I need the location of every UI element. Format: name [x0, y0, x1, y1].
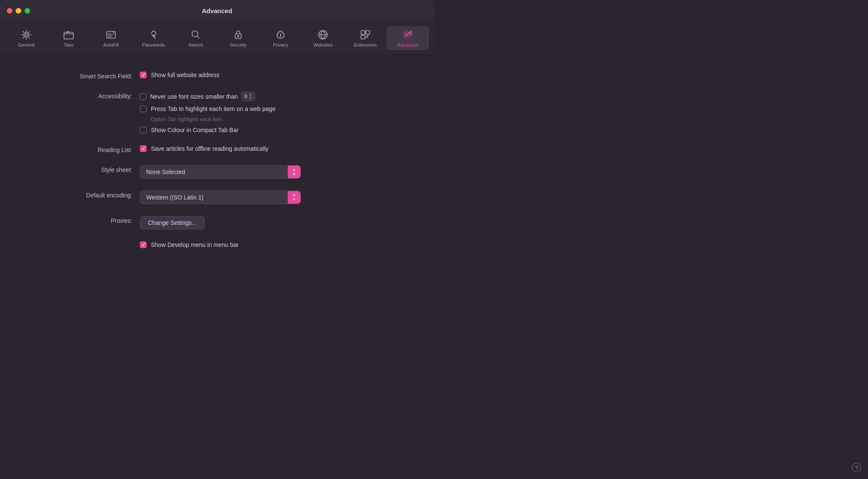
develop-menu-checkbox[interactable] [140, 241, 147, 248]
tab-search-label: Search [189, 42, 203, 47]
style-sheet-row: Style sheet: None Selected ▲ ▼ [25, 165, 409, 179]
toolbar: General Tabs AutoFill Passwords Search [0, 22, 434, 55]
smart-search-checkbox[interactable] [140, 72, 147, 78]
reading-list-row: Reading List: Save articles for offline … [25, 145, 409, 153]
reading-list-controls: Save articles for offline reading automa… [140, 145, 269, 152]
default-encoding-controls: Western (ISO Latin 1) ▲ ▼ [140, 191, 301, 204]
tab-search[interactable]: Search [175, 26, 217, 50]
develop-menu-checkbox-row: Show Develop menu in menu bar [140, 241, 239, 248]
develop-menu-checkbox-label: Show Develop menu in menu bar [151, 241, 239, 248]
svg-rect-8 [361, 30, 365, 34]
default-encoding-label: Default encoding: [25, 191, 140, 199]
tab-websites-label: Websites [313, 42, 332, 47]
accessibility-label: Accessibility: [25, 91, 140, 100]
tab-autofill[interactable]: AutoFill [90, 26, 132, 50]
tab-websites[interactable]: Websites [302, 26, 344, 50]
change-settings-button[interactable]: Change Settings... [140, 216, 205, 230]
tab-general[interactable]: General [5, 26, 47, 50]
tab-advanced-label: Advanced [398, 42, 418, 47]
font-size-select[interactable]: 9 ▲ ▼ [241, 91, 255, 101]
tab-security-label: Security [230, 42, 247, 47]
svg-point-6 [238, 36, 239, 37]
close-button[interactable] [7, 8, 12, 14]
tab-privacy-label: Privacy [273, 42, 288, 47]
reading-list-checkbox[interactable] [140, 145, 147, 152]
press-tab-hint: Option-Tab highlights each item. [140, 116, 275, 122]
font-size-down-arrow[interactable]: ▼ [249, 97, 252, 100]
proxies-controls: Change Settings... [140, 216, 205, 230]
default-encoding-value: Western (ISO Latin 1) [140, 191, 288, 204]
default-encoding-row: Default encoding: Western (ISO Latin 1) … [25, 191, 409, 204]
tab-passwords[interactable]: Passwords [132, 26, 175, 50]
reading-list-label: Reading List: [25, 145, 140, 153]
accessibility-controls: Never use font sizes smaller than 9 ▲ ▼ … [140, 91, 275, 133]
font-size-stepper[interactable]: ▲ ▼ [249, 93, 252, 100]
default-encoding-dropdown[interactable]: Western (ISO Latin 1) ▲ ▼ [140, 191, 301, 204]
tab-tabs-label: Tabs [64, 42, 73, 47]
press-tab-label: Press Tab to highlight each item on a we… [151, 105, 275, 112]
develop-menu-row: Show Develop menu in menu bar [25, 241, 409, 248]
proxies-label: Proxies: [25, 216, 140, 224]
font-size-value: 9 [244, 93, 247, 100]
proxies-row: Proxies: Change Settings... [25, 216, 409, 230]
reading-list-checkbox-row: Save articles for offline reading automa… [140, 145, 269, 152]
font-size-checkbox[interactable] [140, 93, 147, 100]
style-sheet-value: None Selected [140, 166, 288, 178]
style-sheet-down-arrow: ▼ [292, 172, 296, 176]
tab-extensions[interactable]: Extensions [344, 26, 387, 50]
svg-rect-2 [64, 32, 73, 39]
smart-search-controls: Show full website address [140, 72, 220, 78]
style-sheet-up-arrow: ▲ [292, 168, 296, 172]
default-encoding-dropdown-btn[interactable]: ▲ ▼ [288, 191, 300, 204]
style-sheet-controls: None Selected ▲ ▼ [140, 165, 301, 179]
window-title: Advanced [202, 7, 232, 14]
smart-search-checkbox-row: Show full website address [140, 72, 220, 78]
titlebar: Advanced [0, 0, 434, 22]
font-size-up-arrow[interactable]: ▲ [249, 93, 252, 96]
show-colour-label: Show Colour in Compact Tab Bar [151, 127, 239, 133]
maximize-button[interactable] [25, 8, 30, 14]
reading-list-checkbox-label: Save articles for offline reading automa… [151, 145, 269, 152]
window-controls [7, 8, 30, 14]
svg-rect-10 [361, 35, 365, 39]
minimize-button[interactable] [16, 8, 21, 14]
settings-content: Smart Search Field: Show full website ad… [0, 55, 434, 277]
style-sheet-label: Style sheet: [25, 165, 140, 173]
svg-point-1 [24, 32, 29, 37]
smart-search-field-row: Smart Search Field: Show full website ad… [25, 72, 409, 80]
encoding-up-arrow: ▲ [292, 193, 296, 197]
tab-passwords-label: Passwords [142, 42, 165, 47]
smart-search-checkbox-label: Show full website address [151, 72, 220, 78]
svg-rect-9 [366, 30, 370, 34]
press-tab-checkbox[interactable] [140, 105, 147, 112]
accessibility-row: Accessibility: Never use font sizes smal… [25, 91, 409, 133]
develop-menu-controls: Show Develop menu in menu bar [140, 241, 239, 248]
style-sheet-dropdown[interactable]: None Selected ▲ ▼ [140, 165, 301, 179]
show-colour-row: Show Colour in Compact Tab Bar [140, 127, 275, 133]
tab-privacy[interactable]: Privacy [259, 26, 302, 50]
style-sheet-dropdown-btn[interactable]: ▲ ▼ [288, 166, 300, 178]
tab-autofill-label: AutoFill [103, 42, 119, 47]
tab-tabs[interactable]: Tabs [47, 26, 90, 50]
press-tab-row: Press Tab to highlight each item on a we… [140, 105, 275, 112]
tab-advanced[interactable]: Advanced [387, 26, 429, 50]
encoding-down-arrow: ▼ [292, 198, 296, 202]
svg-point-0 [25, 33, 28, 36]
tab-security[interactable]: Security [217, 26, 259, 50]
tab-extensions-label: Extensions [354, 42, 377, 47]
font-size-label: Never use font sizes smaller than [150, 93, 238, 100]
show-colour-checkbox[interactable] [140, 127, 147, 133]
tab-general-label: General [18, 42, 34, 47]
font-size-row: Never use font sizes smaller than 9 ▲ ▼ [140, 91, 275, 101]
svg-point-11 [405, 33, 408, 36]
smart-search-label: Smart Search Field: [25, 72, 140, 80]
